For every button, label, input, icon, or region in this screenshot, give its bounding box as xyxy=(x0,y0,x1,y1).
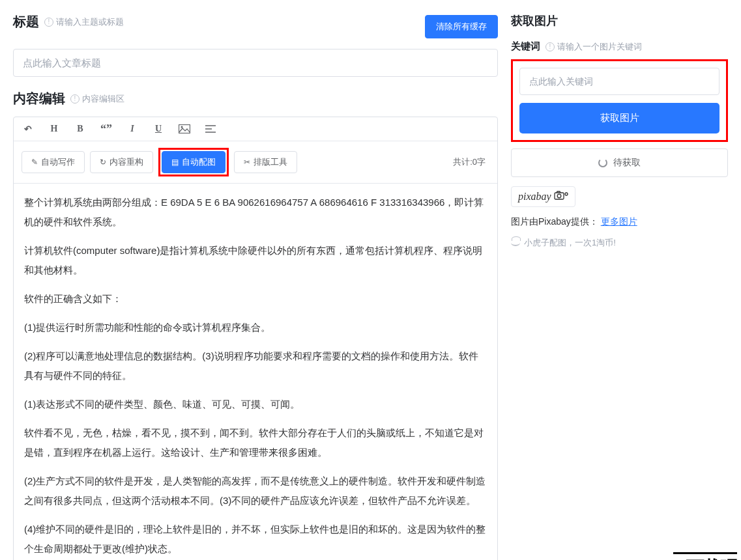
keyword-hint: ! 请输入一个图片关键词 xyxy=(545,41,642,53)
watermark-text: 下载吧 xyxy=(673,552,737,560)
content-paragraph: 软件看不见，无色，枯燥，看不见，摸不到，闻不到。软件大部分存在于人们的头脑或纸上… xyxy=(24,423,487,462)
auto-write-button[interactable]: ✎ 自动写作 xyxy=(22,151,85,173)
footer-note: 小虎子配图，一次1淘币! xyxy=(511,237,728,249)
highlight-keyword-box: 获取图片 xyxy=(511,59,728,142)
coin-icon xyxy=(511,240,520,246)
underline-icon[interactable]: U xyxy=(152,122,165,135)
align-icon[interactable] xyxy=(204,122,217,135)
layout-tools-button[interactable]: ✂ 排版工具 xyxy=(234,151,297,173)
svg-rect-5 xyxy=(555,193,564,199)
italic-icon[interactable]: I xyxy=(126,122,139,135)
pending-status: 待获取 xyxy=(511,148,728,177)
keyword-label: 关键词 xyxy=(511,40,540,53)
image-credit: 图片由Pixabay提供： 更多图片 xyxy=(511,216,728,228)
fetch-images-button[interactable]: 获取图片 xyxy=(519,103,719,133)
editor-section-label: 内容编辑 xyxy=(13,90,65,107)
main-editor-panel: 标题 ! 请输入主题或标题 清除所有缓存 内容编辑 ! 内容编辑区 ↶ xyxy=(0,0,503,560)
bold-icon[interactable]: B xyxy=(74,122,87,135)
content-editor[interactable]: 整个计算机系统由两部分组成：E 69DA 5 E 6 BA 9062616964… xyxy=(14,184,497,560)
right-section-title: 获取图片 xyxy=(511,13,728,29)
editor-hint: ! 内容编辑区 xyxy=(70,93,124,105)
content-paragraph: (1)表达形式不同的硬件类型、颜色、味道、可见、可摸、可闻。 xyxy=(24,395,487,414)
article-title-input[interactable] xyxy=(13,49,498,77)
info-icon: ! xyxy=(545,42,555,51)
pixabay-logo: pixabay xyxy=(511,186,575,207)
auto-image-button[interactable]: ▤ 自动配图 xyxy=(162,151,225,173)
pencil-icon: ✎ xyxy=(31,158,38,167)
restructure-button[interactable]: ↻ 内容重构 xyxy=(90,151,153,173)
info-icon: ! xyxy=(44,18,53,27)
image-match-icon: ▤ xyxy=(171,158,179,167)
content-paragraph: (4)维护不同的硬件是旧的，理论上软件是旧的，并不坏，但实际上软件也是旧的和坏的… xyxy=(24,520,487,559)
svg-point-7 xyxy=(565,193,568,195)
loading-icon xyxy=(598,158,607,167)
image-icon[interactable] xyxy=(178,122,191,135)
format-toolbar: ↶ H B “” I U xyxy=(14,117,497,141)
camera-icon xyxy=(554,191,568,203)
title-hint: ! 请输入主题或标题 xyxy=(44,16,124,28)
watermark: 下载吧 www.xiazaiba.com xyxy=(673,552,737,560)
layout-icon: ✂ xyxy=(244,158,250,167)
content-paragraph: (2)程序可以满意地处理信息的数据结构。(3)说明程序功能要求和程序需要的文档的… xyxy=(24,346,487,385)
image-fetch-panel: 获取图片 关键词 ! 请输入一个图片关键词 获取图片 待获取 pixabay 图… xyxy=(503,0,741,560)
highlight-auto-image: ▤ 自动配图 xyxy=(158,148,229,176)
clear-cache-button[interactable]: 清除所有缓存 xyxy=(425,15,498,38)
svg-point-1 xyxy=(181,126,183,128)
action-toolbar: ✎ 自动写作 ↻ 内容重构 ▤ 自动配图 ✂ xyxy=(14,141,497,184)
quote-icon[interactable]: “” xyxy=(100,122,113,135)
title-section-label: 标题 xyxy=(13,13,39,31)
content-paragraph: (2)生产方式不同的软件是开发，是人类智能的高发挥，而不是传统意义上的硬件制造。… xyxy=(24,471,487,511)
refresh-icon: ↻ xyxy=(100,158,106,167)
content-paragraph: 计算机软件(computer software)是指计算机系统中除硬件以外的所有… xyxy=(24,241,487,280)
undo-icon[interactable]: ↶ xyxy=(22,122,35,135)
char-count: 共计:0字 xyxy=(453,156,486,168)
content-paragraph: 整个计算机系统由两部分组成：E 69DA 5 E 6 BA 9062616964… xyxy=(24,193,487,232)
heading-icon[interactable]: H xyxy=(48,122,61,135)
info-icon: ! xyxy=(70,94,80,104)
svg-rect-0 xyxy=(179,125,190,133)
content-paragraph: (1)提供运行时所需功能和性能的命令或计算机程序集合。 xyxy=(24,318,487,337)
content-paragraph: 软件的正确含义如下： xyxy=(24,289,487,309)
editor-container: ↶ H B “” I U ✎ 自动写作 xyxy=(13,117,498,560)
keyword-input[interactable] xyxy=(519,68,719,95)
svg-point-6 xyxy=(557,194,561,198)
more-images-link[interactable]: 更多图片 xyxy=(601,216,637,227)
